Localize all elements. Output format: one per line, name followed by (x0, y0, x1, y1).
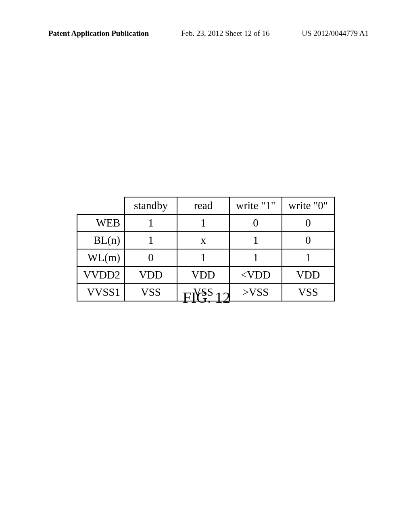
table-row: WEB 1 1 0 0 (77, 214, 334, 232)
data-table-container: standby read write "1" write "0" WEB 1 1… (77, 197, 335, 301)
table-cell: 0 (282, 214, 334, 232)
table-cell: 1 (125, 232, 177, 249)
header-center-text: Feb. 23, 2012 Sheet 12 of 16 (181, 29, 270, 38)
table-cell: 1 (177, 249, 229, 266)
header-left-text: Patent Application Publication (48, 29, 149, 38)
table-cell: VDD (125, 266, 177, 284)
col-header: standby (125, 197, 177, 214)
table-cell: <VDD (229, 266, 282, 284)
table-row: WL(m) 0 1 1 1 (77, 249, 334, 266)
table-cell: VDD (282, 266, 334, 284)
col-header: read (177, 197, 229, 214)
table-row: VVDD2 VDD VDD <VDD VDD (77, 266, 334, 284)
table-cell: 1 (125, 214, 177, 232)
row-header: WL(m) (77, 249, 125, 266)
figure-caption: FIG. 12 (0, 289, 413, 306)
header-right-text: US 2012/0044779 A1 (302, 29, 369, 38)
col-header: write "0" (282, 197, 334, 214)
table-row: standby read write "1" write "0" (77, 197, 334, 214)
corner-cell (77, 197, 125, 214)
page-header: Patent Application Publication Feb. 23, … (0, 29, 413, 38)
table-cell: 0 (229, 214, 282, 232)
row-header: VVDD2 (77, 266, 125, 284)
row-header: WEB (77, 214, 125, 232)
table-cell: 1 (282, 249, 334, 266)
table-cell: 1 (229, 249, 282, 266)
table-cell: 0 (125, 249, 177, 266)
row-header: BL(n) (77, 232, 125, 249)
table-cell: 0 (282, 232, 334, 249)
table-cell: 1 (229, 232, 282, 249)
table-cell: VDD (177, 266, 229, 284)
table-row: BL(n) 1 x 1 0 (77, 232, 334, 249)
signal-table: standby read write "1" write "0" WEB 1 1… (77, 197, 335, 301)
table-cell: x (177, 232, 229, 249)
col-header: write "1" (229, 197, 282, 214)
table-cell: 1 (177, 214, 229, 232)
